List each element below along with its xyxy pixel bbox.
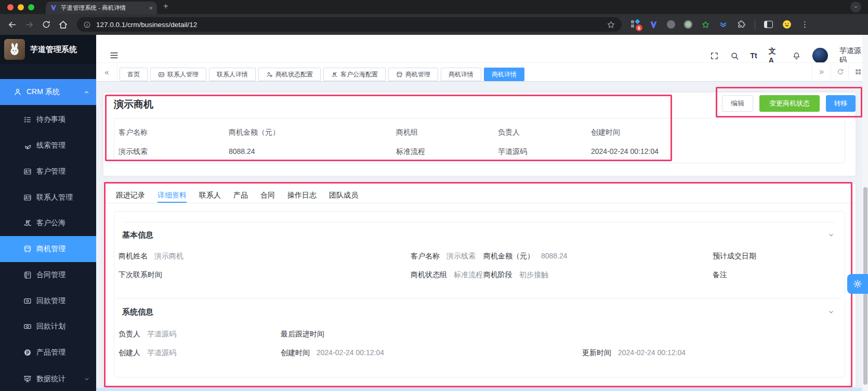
back-icon[interactable]	[7, 20, 17, 30]
profile-avatar-icon[interactable]	[782, 19, 792, 30]
extension-ring-icon[interactable]	[684, 20, 692, 29]
summary-create-time: 创建时间 2024-02-24 00:12:04	[591, 128, 659, 155]
field-update-time: 更新时间2024-02-24 00:12:04	[582, 348, 686, 358]
field-expected-deal-date: 预计成交日期	[713, 252, 763, 261]
sidebar-item-customer-pool[interactable]: 客户公海	[0, 210, 96, 236]
tags-scroll-left-icon[interactable]: «	[97, 63, 117, 81]
tab-contacts[interactable]: 联系人	[199, 188, 221, 202]
maximize-window-button[interactable]	[28, 4, 34, 10]
tag-list: 首页 联系人管理 联系人详情 商机状态配置 客户公海配置 商机管理 商机详情 商…	[120, 68, 524, 81]
sidebar-item-label: 回款计划	[36, 322, 65, 331]
browser-menu-icon[interactable]: ⋮	[801, 20, 809, 29]
sidebar-item-label: 商机管理	[36, 244, 65, 254]
bookmark-star-icon[interactable]	[607, 20, 615, 29]
transfer-button[interactable]: 转移	[826, 95, 856, 112]
tag-business-detail[interactable]: 商机详情	[441, 68, 481, 81]
tag-business-manage[interactable]: 商机管理	[388, 68, 438, 81]
browser-tab[interactable]: 芋道管理系统 - 商机详情 ×	[46, 2, 157, 14]
contact-card-icon	[158, 71, 165, 78]
field-create-time: 创建时间2024-02-24 00:12:04	[281, 348, 384, 358]
tag-business-status-config[interactable]: 商机状态配置	[258, 68, 321, 81]
pool-icon	[23, 219, 32, 227]
extensions-puzzle-icon[interactable]	[737, 20, 746, 29]
chevron-down-icon[interactable]	[827, 308, 835, 316]
field-owner: 负责人芋道源码	[119, 330, 176, 339]
field-amount: 商机金额（元）8088.24	[483, 252, 568, 261]
tab-products[interactable]: 产品	[233, 188, 248, 202]
site-info-icon[interactable]	[83, 21, 91, 29]
reload-icon[interactable]	[42, 20, 51, 29]
sidebar-group-crm[interactable]: CRM 系统	[0, 79, 96, 105]
sidebar-item-contacts[interactable]: 联系人管理	[0, 185, 96, 211]
sidebar-item-label: 联系人管理	[36, 193, 73, 202]
search-icon[interactable]	[730, 51, 739, 60]
sidebar-item-receivable-plan[interactable]: 回款计划	[0, 314, 96, 340]
user-avatar[interactable]	[812, 48, 828, 63]
tab-detail-info[interactable]: 详细资料	[157, 188, 187, 202]
extension-badge-icon[interactable]: 6	[631, 20, 640, 29]
minimize-window-button[interactable]	[18, 4, 24, 10]
collapse-top-line	[124, 222, 835, 223]
sidebar-item-clues[interactable]: 线索管理	[0, 133, 96, 159]
close-tab-icon[interactable]: ×	[149, 4, 153, 12]
chevron-down-icon	[853, 4, 859, 10]
tab-search-button[interactable]	[850, 2, 861, 12]
tag-home[interactable]: 首页	[120, 68, 148, 81]
field-status-group: 商机状态组标准流程	[411, 270, 483, 280]
vue-devtools-icon[interactable]	[649, 20, 658, 29]
chevron-down-icon[interactable]	[827, 231, 835, 239]
tag-contact-detail[interactable]: 联系人详情	[209, 68, 256, 81]
font-size-icon[interactable]: Tt	[751, 51, 757, 60]
tags-scroll-right-icon[interactable]: »	[812, 63, 831, 81]
language-icon[interactable]: 文A	[769, 47, 781, 64]
sidebar-item-contracts[interactable]: 合同管理	[0, 262, 96, 288]
tags-refresh-icon[interactable]	[831, 63, 849, 81]
tag-pool-config[interactable]: 客户公海配置	[323, 68, 386, 81]
bus-icon	[396, 71, 403, 78]
summary-amount: 商机金额（元） 8088.24	[229, 128, 280, 155]
new-tab-button[interactable]: +	[163, 1, 168, 11]
tab-team-members[interactable]: 团队成员	[329, 188, 358, 202]
browser-tab-title: 芋道管理系统 - 商机详情	[61, 4, 145, 12]
product-p-icon	[23, 348, 32, 357]
edit-button[interactable]: 编辑	[722, 95, 753, 112]
sidebar-item-products[interactable]: 产品管理	[0, 340, 96, 366]
collapse-menu-icon[interactable]	[109, 50, 119, 60]
extension-star-icon[interactable]	[701, 20, 710, 29]
sidebar-item-business[interactable]: 商机管理	[0, 236, 96, 262]
tab-contracts[interactable]: 合同	[260, 188, 275, 202]
sidebar-item-label: 线索管理	[36, 141, 65, 150]
extension-layers-icon[interactable]	[719, 20, 728, 29]
sidebar-item-statistics[interactable]: 数据统计	[0, 366, 96, 391]
money-bill-icon	[23, 322, 32, 331]
tag-contact-manage[interactable]: 联系人管理	[150, 68, 206, 81]
app-title: 芋道管理系统	[30, 45, 77, 55]
tab-operation-log[interactable]: 操作日志	[287, 188, 317, 202]
grid-icon	[854, 68, 862, 75]
side-panel-icon[interactable]	[764, 21, 773, 28]
extension-circle-icon[interactable]	[667, 20, 675, 29]
page-scrollbar[interactable]	[862, 35, 868, 391]
sidebar-item-label: 数据统计	[36, 374, 65, 384]
fullscreen-icon[interactable]	[710, 51, 719, 60]
field-customer-name: 客户名称演示线索	[411, 252, 476, 261]
change-status-button[interactable]: 变更商机状态	[759, 95, 820, 112]
bell-icon[interactable]	[792, 51, 801, 60]
home-icon[interactable]	[58, 20, 68, 30]
sidebar-group-label: CRM 系统	[27, 87, 60, 97]
chevron-down-icon	[84, 376, 90, 382]
close-window-button[interactable]	[7, 4, 14, 10]
url-bar[interactable]: 127.0.0.1/crm/business/detail/12	[77, 17, 622, 32]
url-text: 127.0.0.1/crm/business/detail/12	[96, 21, 601, 29]
tab-follow-records[interactable]: 跟进记录	[116, 188, 145, 202]
sidebar-item-customers[interactable]: 客户管理	[0, 159, 96, 185]
sidebar-item-label: 待办事项	[36, 115, 65, 124]
detail-tabs: 跟进记录 详细资料 联系人 产品 合同 操作日志 团队成员	[116, 188, 358, 202]
settings-fab[interactable]	[847, 274, 868, 294]
tag-business-detail-active[interactable]: 商机详情	[484, 68, 524, 81]
sidebar-item-receivables[interactable]: 回款管理	[0, 288, 96, 314]
app-logo-row[interactable]: 芋道管理系统	[0, 35, 96, 64]
forward-icon[interactable]	[24, 20, 34, 30]
sidebar-item-todo[interactable]: 待办事项	[0, 107, 96, 133]
extensions-row: 6 ⋮	[631, 16, 809, 33]
